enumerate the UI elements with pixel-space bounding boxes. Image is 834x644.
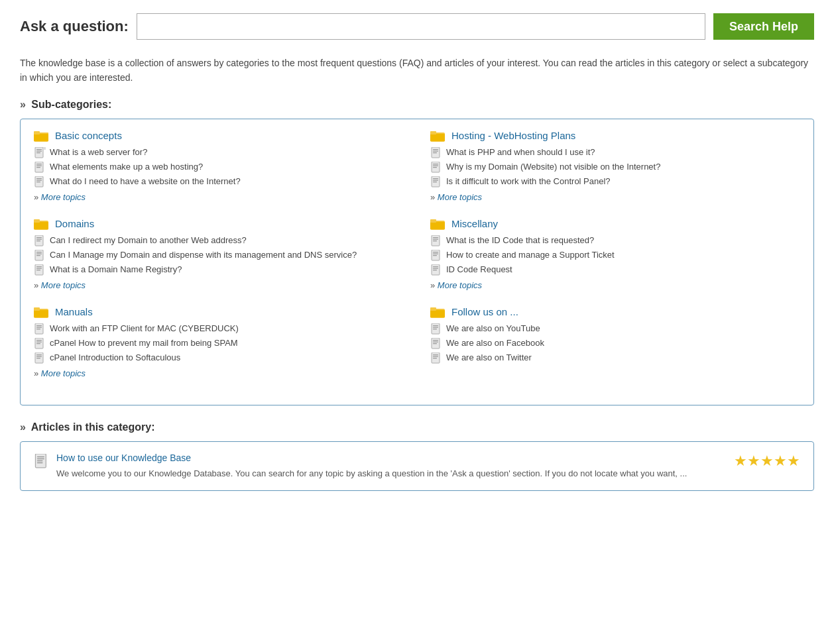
svg-rect-83 <box>433 327 438 327</box>
svg-rect-88 <box>433 343 437 344</box>
category-basic-concepts: Basic concepts What is a web server for? <box>34 130 404 202</box>
doc-icon <box>430 250 442 262</box>
category-title-manuals: Manuals <box>34 306 404 318</box>
doc-icon <box>430 235 442 247</box>
subcategories-heading: » Sub-categories: <box>20 99 814 111</box>
more-topics-domains: » More topics <box>34 280 404 290</box>
svg-rect-62 <box>433 182 437 182</box>
search-button[interactable]: Search Help <box>713 13 814 40</box>
doc-icon <box>430 264 442 276</box>
svg-rect-75 <box>433 266 438 267</box>
svg-rect-9 <box>43 147 46 150</box>
svg-rect-97 <box>37 462 43 463</box>
article-stars: ★★★★★ <box>734 453 800 470</box>
category-link-domains[interactable]: Domains <box>55 218 94 229</box>
svg-rect-57 <box>433 165 438 166</box>
article-description: We welcome you to our Knowledge Database… <box>56 467 726 480</box>
subcategories-grid: Basic concepts What is a web server for? <box>34 130 800 394</box>
folder-icon-manuals <box>34 306 48 318</box>
topic-item: ID Code Request <box>430 264 800 276</box>
topic-item: Can I redirect my Domain to another Web … <box>34 235 404 247</box>
svg-rect-22 <box>36 237 42 238</box>
subcategories-right-col: Hosting - WebHosting Plans What is PHP a… <box>430 130 800 394</box>
svg-rect-80 <box>430 307 436 311</box>
svg-rect-73 <box>433 255 437 256</box>
more-topics-link-hosting[interactable]: More topics <box>438 192 482 202</box>
svg-rect-27 <box>36 253 42 254</box>
category-title-hosting: Hosting - WebHosting Plans <box>430 130 800 142</box>
folder-icon-basic <box>34 130 48 142</box>
svg-rect-38 <box>36 327 42 327</box>
svg-rect-61 <box>433 180 438 180</box>
svg-rect-43 <box>36 343 40 344</box>
doc-icon <box>34 352 46 364</box>
more-topics-link-manuals[interactable]: More topics <box>41 368 86 378</box>
category-link-miscellany[interactable]: Miscellany <box>451 218 498 229</box>
doc-icon <box>430 176 442 188</box>
svg-rect-65 <box>430 219 436 223</box>
svg-rect-54 <box>433 152 437 153</box>
svg-rect-50 <box>430 131 436 134</box>
svg-rect-17 <box>36 182 40 182</box>
svg-rect-31 <box>36 268 42 268</box>
more-topics-basic: » More topics <box>34 192 404 202</box>
topic-item: What is a web server for? <box>34 147 404 159</box>
doc-icon <box>430 162 442 174</box>
category-title-miscellany: Miscellany <box>430 218 800 230</box>
svg-rect-68 <box>433 239 438 239</box>
header-row: Ask a question: Search Help <box>20 13 814 40</box>
svg-rect-3 <box>34 131 40 134</box>
category-link-manuals[interactable]: Manuals <box>55 306 93 317</box>
svg-rect-96 <box>37 460 43 461</box>
svg-rect-39 <box>36 329 40 329</box>
chevron-icon-articles: » <box>20 421 26 433</box>
article-title: How to use our Knowledge Base <box>56 453 726 463</box>
category-link-basic[interactable]: Basic concepts <box>55 130 122 141</box>
category-title-domains: Domains <box>34 218 404 230</box>
svg-rect-95 <box>37 458 44 459</box>
svg-rect-28 <box>36 255 40 256</box>
category-link-hosting[interactable]: Hosting - WebHosting Plans <box>451 130 575 141</box>
svg-rect-26 <box>36 252 42 252</box>
doc-icon <box>430 323 442 335</box>
svg-rect-16 <box>36 180 42 180</box>
svg-rect-60 <box>433 178 438 179</box>
svg-rect-19 <box>34 222 48 229</box>
svg-rect-82 <box>433 325 438 326</box>
category-link-follow[interactable]: Follow us on ... <box>451 306 518 317</box>
svg-rect-23 <box>36 239 42 239</box>
svg-rect-41 <box>36 340 42 341</box>
topic-item: We are also on YouTube <box>430 323 800 335</box>
more-topics-manuals: » More topics <box>34 368 404 378</box>
doc-icon <box>34 250 46 262</box>
svg-rect-12 <box>36 165 42 166</box>
more-topics-link-domains[interactable]: More topics <box>41 280 86 290</box>
svg-rect-79 <box>430 310 445 317</box>
article-link[interactable]: How to use our Knowledge Base <box>56 453 191 463</box>
svg-rect-34 <box>34 310 48 317</box>
topic-item: Why is my Domain (Website) not visible o… <box>430 162 800 174</box>
svg-rect-58 <box>433 167 437 168</box>
topic-item: cPanel How to prevent my mail from being… <box>34 338 404 350</box>
svg-rect-67 <box>433 237 438 238</box>
svg-rect-92 <box>433 358 437 358</box>
svg-rect-56 <box>433 164 438 164</box>
doc-icon <box>34 176 46 188</box>
more-topics-link-basic[interactable]: More topics <box>41 192 86 202</box>
category-hosting: Hosting - WebHosting Plans What is PHP a… <box>430 130 800 202</box>
more-topics-link-miscellany[interactable]: More topics <box>438 280 482 290</box>
more-topics-miscellany: » More topics <box>430 280 800 290</box>
doc-icon <box>34 338 46 350</box>
doc-icon <box>34 147 46 159</box>
search-input[interactable] <box>137 13 705 40</box>
article-doc-icon <box>34 454 48 468</box>
topic-item: cPanel Introduction to Softaculous <box>34 352 404 364</box>
svg-rect-49 <box>430 134 445 141</box>
svg-rect-24 <box>36 241 40 241</box>
svg-rect-11 <box>36 164 42 164</box>
svg-rect-30 <box>36 266 42 267</box>
svg-rect-20 <box>34 219 40 223</box>
doc-icon <box>34 235 46 247</box>
svg-rect-15 <box>36 178 42 179</box>
svg-rect-71 <box>433 252 438 252</box>
